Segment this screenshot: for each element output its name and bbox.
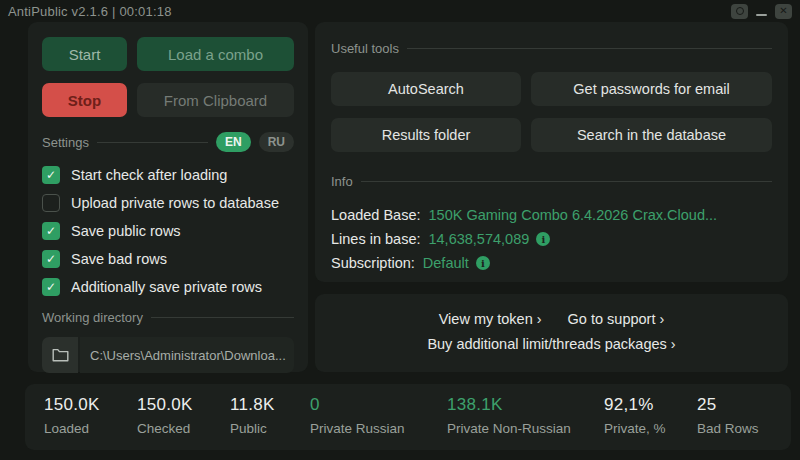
stat-label: Public — [230, 421, 275, 436]
stat-private-percent: 92,1% Private, % — [604, 395, 666, 436]
minimize-icon[interactable] — [756, 14, 767, 16]
divider — [407, 48, 772, 49]
search-database-button[interactable]: Search in the database — [531, 118, 772, 152]
checkbox-label: Save bad rows — [71, 251, 167, 267]
lines-in-base-row: Lines in base: 14,638,574,089 i — [331, 227, 772, 251]
settings-label: Settings — [42, 135, 89, 150]
browse-folder-button[interactable] — [42, 337, 78, 373]
checkbox-upload-private-rows[interactable]: Upload private rows to database — [42, 194, 294, 212]
info-label: Info — [331, 174, 353, 189]
stat-value: 150.0K — [44, 395, 100, 415]
stat-label: Private Non-Russian — [447, 421, 571, 436]
get-passwords-button[interactable]: Get passwords for email — [531, 72, 772, 106]
loaded-base-value: 150K Gaming Combo 6.4.2026 Crax.Cloud... — [429, 207, 718, 223]
checkbox-checked-icon: ✓ — [42, 166, 60, 184]
checkbox-start-check-after-loading[interactable]: ✓ Start check after loading — [42, 166, 294, 184]
subscription-value: Default — [423, 255, 469, 271]
checkbox-label: Additionally save private rows — [71, 279, 262, 295]
stat-loaded: 150.0K Loaded — [44, 395, 100, 436]
checkbox-label: Start check after loading — [71, 167, 227, 183]
working-directory-label: Working directory — [42, 310, 143, 325]
stat-value: 150.0K — [137, 395, 193, 415]
app-title: AntiPublic v2.1.6 | 00:01:18 — [8, 4, 172, 19]
stat-private-non-russian: 138.1K Private Non-Russian — [447, 395, 571, 436]
window-controls: ✕ — [731, 4, 792, 19]
links-panel: View my token › Go to support › Buy addi… — [315, 294, 788, 372]
tools-info-panel: Useful tools AutoSearch Get passwords fo… — [315, 22, 788, 282]
checkbox-label: Upload private rows to database — [71, 195, 279, 211]
lines-in-base-value: 14,638,574,089 — [428, 231, 529, 247]
stat-checked: 150.0K Checked — [137, 395, 193, 436]
divider — [151, 317, 294, 318]
stat-label: Private, % — [604, 421, 666, 436]
tray-icon[interactable] — [731, 4, 748, 19]
stat-bad-rows: 25 Bad Rows — [697, 395, 759, 436]
working-directory-path[interactable]: C:\Users\Administrator\Downloa... — [80, 337, 294, 373]
stat-label: Bad Rows — [697, 421, 759, 436]
stat-value: 0 — [310, 395, 405, 415]
stat-label: Private Russian — [310, 421, 405, 436]
stat-public: 11.8K Public — [230, 395, 275, 436]
from-clipboard-button[interactable]: From Clipboard — [137, 83, 294, 117]
circle-icon — [736, 7, 744, 15]
subscription-label: Subscription: — [331, 255, 415, 271]
lang-ru-button[interactable]: RU — [259, 132, 294, 152]
stop-button[interactable]: Stop — [42, 83, 127, 117]
checkbox-checked-icon: ✓ — [42, 222, 60, 240]
info-icon[interactable]: i — [476, 256, 490, 270]
results-folder-button[interactable]: Results folder — [331, 118, 521, 152]
stat-value: 92,1% — [604, 395, 666, 415]
folder-icon — [52, 348, 69, 362]
checkbox-label: Save public rows — [71, 223, 181, 239]
stat-value: 25 — [697, 395, 759, 415]
divider — [361, 181, 772, 182]
lang-en-button[interactable]: EN — [216, 132, 251, 152]
checkbox-unchecked-icon — [42, 194, 60, 212]
checkbox-checked-icon: ✓ — [42, 278, 60, 296]
stat-value: 138.1K — [447, 395, 571, 415]
checkbox-save-public-rows[interactable]: ✓ Save public rows — [42, 222, 294, 240]
stat-label: Checked — [137, 421, 193, 436]
loaded-base-label: Loaded Base: — [331, 207, 421, 223]
view-token-link[interactable]: View my token › — [439, 311, 542, 327]
info-icon[interactable]: i — [536, 232, 550, 246]
titlebar: AntiPublic v2.1.6 | 00:01:18 ✕ — [0, 0, 800, 22]
start-button[interactable]: Start — [42, 37, 127, 71]
checkbox-save-bad-rows[interactable]: ✓ Save bad rows — [42, 250, 294, 268]
stat-private-russian: 0 Private Russian — [310, 395, 405, 436]
settings-checkboxes: ✓ Start check after loading Upload priva… — [42, 166, 294, 296]
divider — [97, 142, 208, 143]
loaded-base-row: Loaded Base: 150K Gaming Combo 6.4.2026 … — [331, 203, 772, 227]
stat-value: 11.8K — [230, 395, 275, 415]
subscription-row: Subscription: Default i — [331, 251, 772, 275]
info-rows: Loaded Base: 150K Gaming Combo 6.4.2026 … — [331, 203, 772, 275]
buy-packages-link[interactable]: Buy additional limit/threads packages › — [427, 336, 675, 352]
useful-tools-label: Useful tools — [331, 41, 399, 56]
autosearch-button[interactable]: AutoSearch — [331, 72, 521, 106]
checkbox-checked-icon: ✓ — [42, 250, 60, 268]
checkbox-additionally-save-private-rows[interactable]: ✓ Additionally save private rows — [42, 278, 294, 296]
close-icon[interactable]: ✕ — [775, 4, 792, 19]
control-panel: Start Load a combo Stop From Clipboard S… — [28, 22, 308, 372]
stat-label: Loaded — [44, 421, 100, 436]
lines-in-base-label: Lines in base: — [331, 231, 420, 247]
support-link[interactable]: Go to support › — [568, 311, 665, 327]
stats-bar: 150.0K Loaded 150.0K Checked 11.8K Publi… — [25, 384, 791, 450]
load-combo-button[interactable]: Load a combo — [137, 37, 294, 71]
